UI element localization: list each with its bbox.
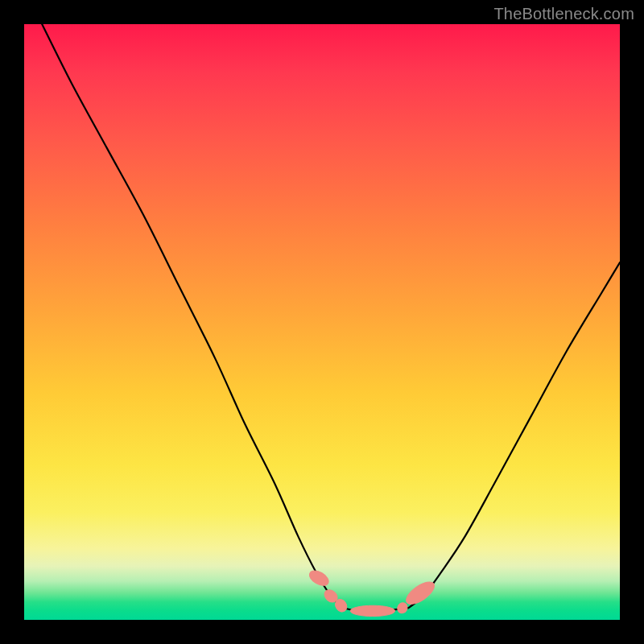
bottleneck-curve — [42, 24, 620, 611]
watermark-text: TheBottleneck.com — [493, 5, 634, 23]
highlight-markers — [307, 568, 437, 616]
marker-pill — [307, 568, 331, 588]
curve-layer — [24, 24, 620, 620]
curve-right-arm — [408, 262, 620, 608]
chart-frame: TheBottleneck.com — [0, 0, 644, 644]
marker-pill — [402, 578, 438, 609]
curve-left-arm — [42, 24, 343, 608]
marker-pill — [350, 605, 395, 616]
plot-area — [24, 24, 620, 620]
